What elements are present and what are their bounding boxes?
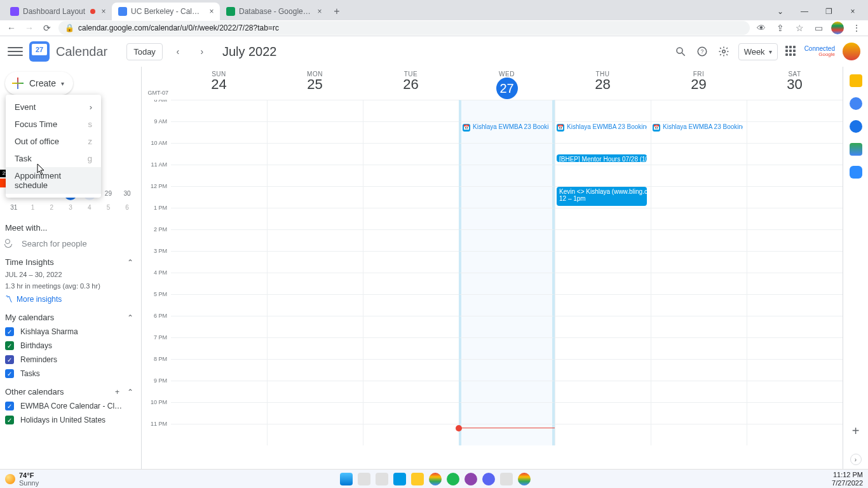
mini-cal-day[interactable]: 3 bbox=[64, 201, 77, 214]
time-cell[interactable] bbox=[363, 100, 459, 121]
time-cell[interactable] bbox=[747, 381, 843, 402]
browser-profile-avatar[interactable] bbox=[831, 22, 844, 34]
time-cell[interactable] bbox=[555, 381, 651, 402]
search-taskbar-icon[interactable] bbox=[358, 473, 370, 485]
time-cell[interactable] bbox=[267, 251, 363, 273]
mini-cal-day[interactable]: 31 bbox=[8, 201, 20, 214]
time-cell[interactable] bbox=[267, 402, 363, 424]
tab-close-icon[interactable]: × bbox=[207, 7, 216, 16]
calendar-checkbox[interactable]: ✓ bbox=[5, 355, 14, 364]
time-cell[interactable] bbox=[267, 165, 363, 186]
my-calendars-toggle[interactable]: My calendars ⌃ bbox=[5, 313, 133, 322]
time-cell[interactable] bbox=[651, 251, 747, 273]
time-cell[interactable] bbox=[747, 273, 843, 294]
calendar-checkbox[interactable]: ✓ bbox=[5, 341, 14, 350]
time-cell[interactable] bbox=[747, 316, 843, 337]
time-cell[interactable] bbox=[267, 143, 363, 165]
calendar-checkbox[interactable]: ✓ bbox=[5, 369, 14, 378]
time-cell[interactable] bbox=[555, 165, 651, 186]
day-header[interactable]: TUE26 bbox=[363, 67, 459, 100]
time-cell[interactable] bbox=[555, 273, 651, 294]
time-cell[interactable] bbox=[171, 208, 267, 229]
next-week-icon[interactable]: › bbox=[193, 43, 211, 60]
time-cell[interactable] bbox=[651, 186, 747, 208]
time-cell[interactable] bbox=[747, 143, 843, 165]
kebab-menu-icon[interactable]: ⋮ bbox=[850, 22, 863, 34]
bookmark-star-icon[interactable]: ☆ bbox=[793, 22, 806, 34]
time-cell[interactable] bbox=[555, 229, 651, 251]
time-cell[interactable] bbox=[363, 143, 459, 165]
week-body[interactable]: 8 AM9 AM📅Kishlaya EWMBA 23 Booking Pag📅K… bbox=[142, 100, 843, 469]
time-cell[interactable] bbox=[747, 208, 843, 229]
app-icon[interactable] bbox=[465, 473, 477, 485]
calendar-checkbox[interactable]: ✓ bbox=[5, 402, 14, 410]
time-cell[interactable] bbox=[747, 165, 843, 186]
prev-week-icon[interactable]: ‹ bbox=[169, 43, 187, 60]
more-insights-link[interactable]: 〽 More insights bbox=[5, 295, 133, 304]
mini-cal-day[interactable]: 5 bbox=[102, 201, 114, 214]
time-cell[interactable] bbox=[363, 337, 459, 359]
other-calendars-toggle[interactable]: Other calendars + ⌃ bbox=[5, 387, 133, 396]
discord-icon[interactable] bbox=[482, 473, 495, 485]
time-cell[interactable] bbox=[171, 229, 267, 251]
zoom-addon-icon[interactable] bbox=[850, 166, 862, 179]
back-icon[interactable]: ← bbox=[5, 22, 18, 34]
window-minimize-icon[interactable]: — bbox=[794, 3, 815, 20]
window-close-icon[interactable]: × bbox=[843, 3, 863, 20]
task-view-icon[interactable] bbox=[376, 473, 388, 485]
time-cell[interactable] bbox=[555, 294, 651, 316]
booking-page-event[interactable]: 📅Kishlaya EWMBA 23 Booking Pag bbox=[557, 122, 647, 133]
time-cell[interactable] bbox=[267, 208, 363, 229]
add-calendar-icon[interactable]: + bbox=[115, 388, 119, 396]
time-cell[interactable] bbox=[459, 316, 555, 337]
time-cell[interactable] bbox=[267, 186, 363, 208]
time-cell[interactable] bbox=[747, 186, 843, 208]
time-cell[interactable] bbox=[171, 165, 267, 186]
eye-icon[interactable]: 👁 bbox=[755, 22, 768, 34]
time-cell[interactable] bbox=[459, 208, 555, 229]
time-cell[interactable] bbox=[651, 294, 747, 316]
tab-close-icon[interactable]: × bbox=[315, 7, 324, 16]
menu-item-event[interactable]: Event › bbox=[6, 98, 101, 116]
account-avatar[interactable] bbox=[843, 43, 860, 60]
settings-gear-icon[interactable] bbox=[717, 44, 731, 58]
time-cell[interactable] bbox=[363, 402, 459, 424]
time-cell[interactable] bbox=[651, 402, 747, 424]
tab-close-icon[interactable]: × bbox=[99, 7, 108, 16]
menu-item-out-of-office[interactable]: Out of office z bbox=[6, 133, 101, 150]
time-cell[interactable] bbox=[171, 100, 267, 121]
time-cell[interactable] bbox=[171, 251, 267, 273]
weather-widget[interactable]: 74°F Sunny bbox=[5, 471, 39, 487]
time-cell[interactable] bbox=[363, 165, 459, 186]
calendar-list-item[interactable]: ✓EWMBA Core Calendar - Cl… bbox=[5, 402, 133, 410]
time-cell[interactable] bbox=[651, 337, 747, 359]
collapse-panel-icon[interactable]: › bbox=[850, 454, 862, 465]
reload-icon[interactable]: ⟳ bbox=[41, 22, 53, 34]
address-bar[interactable]: 🔒 calendar.google.com/calendar/u/0/r/wee… bbox=[58, 21, 750, 35]
app-icon[interactable] bbox=[393, 473, 406, 485]
time-cell[interactable] bbox=[555, 402, 651, 424]
chrome-icon[interactable] bbox=[518, 473, 531, 485]
system-tray[interactable]: 11:12 PM 7/27/2022 bbox=[832, 471, 863, 486]
time-cell[interactable] bbox=[363, 424, 459, 445]
time-cell[interactable] bbox=[555, 208, 651, 229]
get-addons-icon[interactable]: + bbox=[852, 424, 860, 438]
file-explorer-icon[interactable] bbox=[411, 473, 424, 485]
time-cell[interactable] bbox=[651, 143, 747, 165]
time-cell[interactable] bbox=[747, 121, 843, 143]
time-cell[interactable] bbox=[171, 337, 267, 359]
browser-tab[interactable]: Database - Google Sheets × bbox=[220, 3, 328, 20]
time-cell[interactable]: 📅Kishlaya EWMBA 23 Booking Pag bbox=[555, 121, 651, 143]
day-header[interactable]: MON25 bbox=[267, 67, 363, 100]
keep-icon[interactable] bbox=[850, 74, 862, 87]
reading-list-icon[interactable]: ▭ bbox=[812, 22, 825, 34]
day-header[interactable]: SAT30 bbox=[747, 67, 843, 100]
time-cell[interactable] bbox=[555, 424, 651, 445]
share-icon[interactable]: ⇪ bbox=[774, 22, 787, 34]
time-cell[interactable] bbox=[747, 402, 843, 424]
time-cell[interactable] bbox=[555, 251, 651, 273]
time-cell[interactable] bbox=[459, 251, 555, 273]
time-cell[interactable] bbox=[267, 229, 363, 251]
time-cell[interactable] bbox=[171, 381, 267, 402]
time-cell[interactable] bbox=[651, 208, 747, 229]
